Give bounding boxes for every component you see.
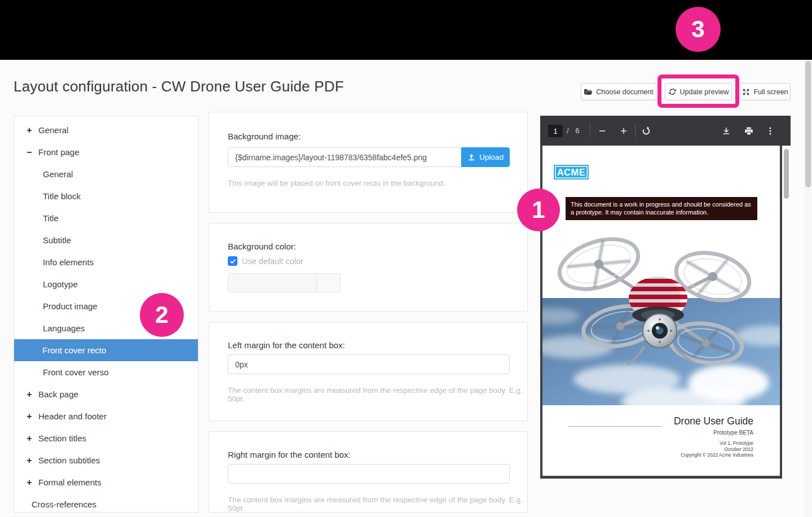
sidebar-item-label: General — [43, 169, 73, 179]
annotation-step-2: 2 — [140, 293, 184, 337]
sidebar-item-label: Title block — [43, 191, 81, 201]
sidebar-item-label: Back page — [38, 389, 78, 399]
page-count: 6 — [575, 126, 580, 135]
background-image-card: Background image: Upload This image will… — [209, 112, 528, 213]
right-margin-input[interactable] — [228, 464, 510, 484]
update-preview-label: Update preview — [680, 88, 729, 96]
sidebar-item-label: Logotype — [43, 279, 78, 289]
expand-plus-icon[interactable]: + — [25, 435, 33, 442]
document-info-line: Copyright © 2022 Acme Industries — [681, 452, 753, 458]
pdf-toolbar: 1 / 6 — [540, 116, 791, 146]
sidebar-item-label: General — [38, 125, 68, 135]
use-default-color-label: Use default color — [242, 257, 303, 266]
sidebar-item-label: Section titles — [38, 433, 86, 443]
sidebar-item-label: Formal elements — [38, 477, 102, 487]
upload-button[interactable]: Upload — [461, 147, 510, 167]
sidebar-item-label: Header and footer — [38, 411, 107, 421]
document-subtitle: Prototype BETA — [713, 430, 753, 436]
full-screen-button[interactable]: Full screen — [740, 83, 791, 100]
annotation-step-3: 3 — [676, 7, 721, 52]
document-title: Drone User Guide — [674, 415, 753, 427]
expand-plus-icon[interactable]: + — [25, 126, 33, 134]
sidebar-item-front-cover-verso[interactable]: Front cover verso — [14, 361, 198, 383]
sidebar-item-cross-references[interactable]: Cross-references — [14, 493, 198, 512]
left-margin-card: Left margin for the content box: The con… — [209, 322, 528, 421]
title-rule — [568, 426, 661, 427]
acme-logo: ACME — [554, 165, 589, 179]
sidebar-item-formal-elements[interactable]: +Formal elements — [14, 471, 198, 493]
document-info-block: Vol 1. PrototypeOctober 2022Copyright © … — [681, 440, 753, 458]
choose-document-button[interactable]: Choose document — [581, 83, 656, 100]
toolbar-divider — [635, 124, 636, 138]
download-icon[interactable] — [721, 125, 732, 137]
sidebar-item-info-elements[interactable]: Info elements — [14, 251, 198, 273]
sidebar-item-header-and-footer[interactable]: +Header and footer — [14, 405, 198, 427]
left-margin-input[interactable] — [228, 354, 510, 374]
pdf-preview-pane: ACME This document is a work in progress… — [540, 146, 791, 479]
sidebar-item-label: Section subtitles — [38, 455, 100, 465]
upload-icon — [467, 154, 475, 161]
pdf-scrollbar-thumb[interactable] — [784, 149, 789, 199]
sidebar-item-label: Product image — [43, 301, 98, 311]
right-margin-card: Right margin for the content box: The co… — [209, 431, 528, 512]
pdf-page-1: ACME This document is a work in progress… — [542, 146, 780, 476]
expand-plus-icon[interactable]: + — [25, 413, 33, 420]
left-margin-help: The content box margins are measured fro… — [228, 386, 527, 403]
sidebar-item-general[interactable]: General — [14, 163, 198, 185]
print-icon[interactable] — [743, 125, 754, 137]
pdf-scrollbar-track[interactable] — [782, 146, 791, 479]
toolbar-divider — [590, 124, 590, 138]
fullscreen-icon — [742, 88, 750, 96]
sidebar-item-title[interactable]: Title — [14, 207, 198, 229]
color-value-input[interactable] — [228, 273, 317, 292]
sidebar-item-title-block[interactable]: Title block — [14, 185, 198, 207]
sidebar-item-label: Cross-references — [32, 500, 96, 509]
expand-plus-icon[interactable]: + — [25, 457, 33, 465]
update-preview-button[interactable]: Update preview — [665, 83, 732, 100]
sidebar-item-general[interactable]: +General — [14, 119, 198, 141]
choose-document-label: Choose document — [596, 88, 653, 96]
sidebar-item-logotype[interactable]: Logotype — [14, 273, 198, 295]
use-default-color-checkbox[interactable] — [228, 256, 237, 266]
page-number-input[interactable]: 1 — [548, 125, 563, 137]
page-separator: / — [567, 126, 570, 135]
folder-open-icon — [584, 88, 593, 96]
sidebar-item-label: Subtitle — [43, 235, 71, 245]
sidebar-item-label: Front cover recto — [42, 345, 106, 355]
right-margin-help: The content box margins are measured fro… — [228, 496, 527, 512]
color-swatch-picker[interactable] — [317, 273, 341, 292]
background-image-label: Background image: — [228, 132, 301, 141]
full-screen-label: Full screen — [753, 88, 788, 96]
background-image-help: This image will be placed on front cover… — [228, 179, 445, 187]
annotation-step-1: 1 — [517, 189, 560, 231]
expand-plus-icon[interactable]: + — [25, 479, 33, 487]
sidebar-item-subtitle[interactable]: Subtitle — [14, 229, 198, 251]
collapse-minus-icon[interactable]: − — [25, 148, 33, 156]
more-vertical-icon[interactable] — [765, 125, 776, 137]
drone-cover-image — [542, 231, 780, 409]
sidebar-item-back-page[interactable]: +Back page — [14, 383, 198, 405]
sidebar-item-label: Info elements — [43, 257, 94, 267]
page-title: Layout configuration - CW Drone User Gui… — [14, 78, 344, 95]
background-color-card: Background color: Use default color — [209, 223, 528, 312]
prototype-notice-banner: This document is a work in progress and … — [566, 197, 757, 220]
sidebar-item-front-page[interactable]: −Front page — [14, 141, 198, 163]
sidebar-item-label: Front page — [38, 147, 80, 157]
sidebar-item-label: Languages — [43, 323, 85, 333]
expand-plus-icon[interactable]: + — [25, 391, 33, 398]
background-image-input[interactable] — [228, 147, 461, 167]
document-info-line: Vol 1. Prototype — [681, 440, 753, 446]
zoom-out-icon[interactable] — [597, 125, 608, 137]
sidebar-item-front-cover-recto[interactable]: Front cover recto — [14, 339, 198, 361]
background-color-label: Background color: — [228, 242, 296, 251]
sidebar-item-section-titles[interactable]: +Section titles — [14, 427, 198, 449]
document-info-line: October 2022 — [681, 446, 753, 453]
window-scrollbar-thumb[interactable] — [805, 61, 811, 187]
left-margin-label: Left margin for the content box: — [228, 340, 345, 350]
right-margin-label: Right margin for the content box: — [228, 450, 351, 459]
sidebar-item-label: Front cover verso — [43, 367, 109, 377]
zoom-in-icon[interactable] — [618, 125, 629, 137]
sidebar-item-section-subtitles[interactable]: +Section subtitles — [14, 449, 198, 471]
layout-configuration-app: Layout configuration - CW Drone User Gui… — [0, 0, 812, 517]
rotate-icon[interactable] — [641, 125, 652, 137]
